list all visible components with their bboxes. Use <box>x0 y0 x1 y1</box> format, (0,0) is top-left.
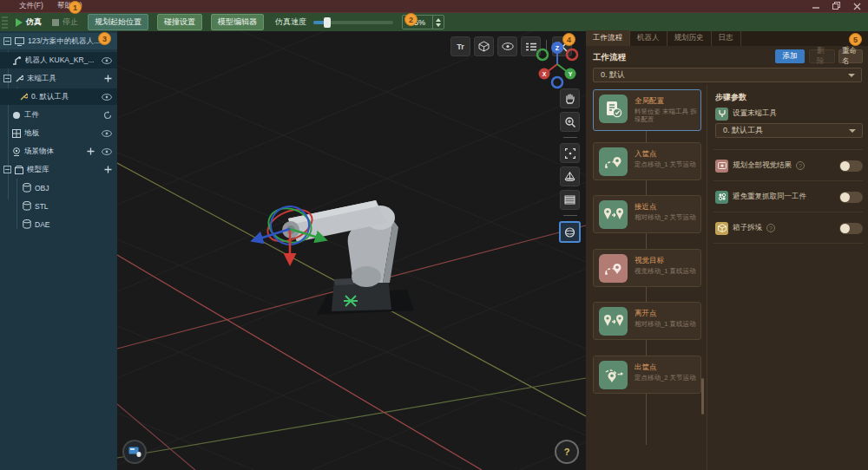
step-card-vision-target[interactable]: 视觉目标 视觉移动_1 直线运动 <box>593 249 701 287</box>
tree-item-dae[interactable]: DAE <box>0 216 117 232</box>
workflow-select[interactable]: 0. 默认 <box>593 68 862 82</box>
spinner-up-icon[interactable] <box>436 18 441 22</box>
avoid-repeat-icon <box>715 191 728 204</box>
fit-view-button[interactable] <box>560 143 580 163</box>
tab-workflow[interactable]: 工作流程 <box>586 30 630 46</box>
model-editor-button[interactable]: 模型编辑器 <box>211 14 264 30</box>
step-card-global-config[interactable]: 全局配置 料筐位姿 末端工具 拆垛配置 <box>593 89 701 131</box>
step-card-depart-point[interactable]: 离开点 相对移动_1 直线运动 <box>593 302 701 340</box>
plan-all-vision-toggle[interactable] <box>839 160 863 172</box>
step-card-exit-point[interactable]: 出筐点 定点移动_2 关节运动 <box>593 356 701 394</box>
tab-robot[interactable]: 机器人 <box>630 30 667 46</box>
visibility-eye-icon[interactable] <box>102 57 112 64</box>
perspective-button[interactable] <box>560 166 580 186</box>
visibility-button[interactable] <box>497 36 517 56</box>
database-icon <box>23 183 31 193</box>
add-icon[interactable] <box>104 75 112 82</box>
vision-path-pin-icon <box>599 254 628 283</box>
tree-item-workpiece[interactable]: 工件 <box>0 107 117 123</box>
param-toggle-row: 规划全部视觉结果 ? <box>715 158 863 173</box>
layers-button[interactable] <box>560 190 580 210</box>
magnifier-plus-icon <box>565 117 575 127</box>
question-glyph: ? <box>564 447 570 457</box>
info-icon[interactable]: ? <box>766 224 775 232</box>
minimize-button[interactable] <box>812 3 820 10</box>
axis-neg-y-ball <box>537 49 548 60</box>
hand-icon <box>565 94 575 104</box>
rename-workflow-button[interactable]: 重命名 <box>838 49 863 63</box>
svg-text:X: X <box>542 71 547 77</box>
slider-handle[interactable] <box>324 17 331 28</box>
info-icon[interactable]: ? <box>796 161 805 170</box>
tree-item-scene-objects[interactable]: 场景物体 <box>0 143 117 160</box>
library-icon <box>15 166 23 174</box>
stop-button[interactable]: 停止 <box>52 16 78 28</box>
collapse-icon[interactable] <box>3 37 11 45</box>
tree-item-end-tools[interactable]: 末端工具 <box>0 70 117 87</box>
menu-file[interactable]: 文件(F) <box>12 1 50 11</box>
avoid-repeat-grab-toggle[interactable] <box>839 192 863 203</box>
collapse-icon[interactable] <box>3 166 11 173</box>
pan-button[interactable] <box>560 88 580 108</box>
scene-object-icon <box>12 147 21 156</box>
plan-start-position-button[interactable]: 规划起始位置 <box>88 14 148 30</box>
add-icon[interactable] <box>87 147 95 155</box>
app-window: 文件(F) 帮助(H) 1 仿真 停止 规划起始位置 碰撞设置 模型编辑器 仿真… <box>0 0 868 470</box>
cards-scrollbar[interactable] <box>701 378 704 415</box>
workflow-section-title: 工作流程 <box>593 52 626 63</box>
tree-item-floor[interactable]: 地板 <box>0 125 117 141</box>
projection-button[interactable] <box>559 221 581 243</box>
param-toggle-row: 避免重复抓取同一工件 <box>715 189 863 205</box>
visibility-eye-icon[interactable] <box>102 148 112 155</box>
step-params-title: 步骤参数 <box>715 92 746 103</box>
sim-speed-slider[interactable] <box>313 21 393 24</box>
set-tool-row: 设置末端工具 <box>715 106 863 121</box>
tree-item-obj[interactable]: OBJ <box>0 180 117 196</box>
tool-select[interactable]: 0. 默认工具 <box>715 123 863 138</box>
annotation-badge-5: 5 <box>849 33 862 46</box>
add-workflow-button[interactable]: 添加 <box>775 49 805 63</box>
tree-item-robot[interactable]: 机器人 KUKA_KR_... <box>0 52 117 69</box>
help-button[interactable]: ? <box>555 440 579 464</box>
delete-workflow-button[interactable]: 删除 <box>809 49 835 63</box>
visibility-eye-icon[interactable] <box>102 130 112 137</box>
screen-mouse-icon <box>128 447 141 457</box>
annotation-badge-1: 1 <box>69 1 82 14</box>
tree-item-stl[interactable]: STL <box>0 198 117 214</box>
frame-labels-button[interactable]: Tr <box>450 36 470 56</box>
global-config-icon <box>599 95 628 123</box>
sim-speed-label: 仿真速度 <box>275 16 306 28</box>
step-card-entry-point[interactable]: 入筐点 定点移动_1 关节运动 <box>593 142 701 180</box>
floor-icon <box>12 129 21 138</box>
refresh-icon[interactable] <box>103 111 112 120</box>
stop-icon <box>52 19 59 26</box>
collapse-icon[interactable] <box>3 75 11 82</box>
viewport-3d[interactable]: Tr Z X Y <box>117 31 586 470</box>
collision-settings-button[interactable]: 碰撞设置 <box>157 14 202 30</box>
box-depal-toggle[interactable] <box>839 223 863 234</box>
step-card-approach-point[interactable]: 接近点 相对移动_2 关节运动 <box>593 195 701 233</box>
gizmo-toggle-button[interactable] <box>474 36 494 56</box>
tree-item-model-library[interactable]: 模型库 <box>0 161 117 178</box>
database-icon <box>23 201 31 211</box>
orientation-gizmo[interactable]: Z X Y <box>530 35 584 92</box>
tab-plan-history[interactable]: 规划历史 <box>667 30 712 46</box>
viewport-side-toolbar <box>559 88 581 243</box>
wrench-icon <box>15 75 23 83</box>
toolbar-grip[interactable] <box>2 16 8 29</box>
spinner-down-icon[interactable] <box>436 23 441 27</box>
robot-icon <box>12 55 22 65</box>
project-icon <box>15 37 24 46</box>
divider <box>713 149 863 150</box>
tab-log[interactable]: 日志 <box>712 30 741 46</box>
visibility-eye-icon[interactable] <box>102 94 112 101</box>
axis-neg-z-ball <box>552 77 562 88</box>
close-button[interactable] <box>853 3 861 10</box>
add-icon[interactable] <box>104 166 112 173</box>
two-pins-icon <box>599 200 628 229</box>
restore-button[interactable] <box>832 2 841 10</box>
run-button[interactable]: 仿真 <box>16 16 42 28</box>
zoom-button[interactable] <box>560 112 580 132</box>
view-control-button[interactable] <box>122 440 147 464</box>
tree-item-default-tool[interactable]: 0. 默认工具 <box>0 88 117 105</box>
